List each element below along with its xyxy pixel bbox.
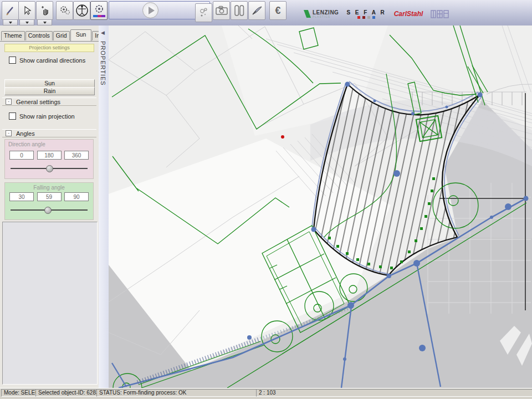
rain-projection-row: Show rain projection (9, 112, 75, 120)
direction-angle-inputs (9, 151, 89, 160)
settings-gear-icon (93, 3, 106, 18)
feather-pen-icon (251, 5, 263, 16)
direction-angle-value-input[interactable] (37, 151, 62, 160)
pencil-dropdown[interactable] (3, 19, 18, 25)
gears-icon (59, 4, 71, 17)
play-icon (149, 7, 155, 14)
falling-angle-label: Falling angle (33, 185, 65, 191)
rollers-icon (234, 4, 245, 17)
properties-side-tab[interactable]: ◀ PROPERTIES (99, 25, 109, 388)
direction-angle-min-input[interactable] (9, 151, 34, 160)
annotate-button[interactable] (248, 1, 265, 20)
euro-icon: € (275, 5, 280, 17)
panel-empty-area (2, 222, 98, 385)
projection-settings-banner: Projection settings (4, 44, 94, 52)
tab-controls[interactable]: Controls (25, 31, 53, 40)
sefar-squares-icon (346, 16, 386, 19)
falling-angle-inputs (9, 192, 89, 201)
main-toolbar: € LENZING PLASTICS S E F A R CarlStahl (0, 0, 532, 26)
slider-handle[interactable] (44, 207, 52, 214)
falling-angle-max-input[interactable] (64, 192, 89, 201)
tab-sun[interactable]: Sun (70, 29, 92, 41)
formfinding-button[interactable] (56, 1, 73, 20)
general-settings-header[interactable]: - General settings (2, 98, 96, 106)
snapshot-button[interactable] (213, 1, 230, 20)
lenzing-mark-icon (304, 10, 311, 18)
draw-pencil-button[interactable] (2, 1, 19, 20)
play-button[interactable] (142, 2, 158, 18)
cardinal-directions-row: Show cardinal directions (9, 57, 85, 64)
small-gears-icon (198, 7, 209, 19)
falling-angle-value-input[interactable] (37, 192, 62, 201)
status-bar: Mode: SELECT Selected object-ID: 6283 ST… (0, 388, 532, 399)
direction-angle-max-input[interactable] (64, 151, 89, 160)
status-selected-object: Selected object-ID: 6283 (35, 389, 99, 397)
pan-hand-icon (39, 5, 50, 16)
properties-tab-label: PROPERTIES (100, 41, 106, 86)
select-button[interactable] (18, 1, 35, 20)
falling-angle-min-input[interactable] (9, 192, 34, 201)
falling-angle-group: Falling angle (4, 182, 94, 220)
select-cursor-icon (22, 5, 33, 16)
materials-button[interactable] (231, 1, 248, 20)
rain-projection-label: Show rain projection (19, 113, 75, 120)
vitruvian-man-icon (75, 3, 89, 18)
falling-angle-slider[interactable] (11, 207, 88, 213)
angles-header[interactable]: - Angles (2, 129, 96, 137)
human-scale-button[interactable] (73, 1, 90, 20)
rain-button[interactable]: Rain (4, 87, 95, 95)
render-settings-button[interactable] (90, 1, 108, 20)
sun-button[interactable]: Sun (4, 79, 95, 88)
tab-grid[interactable]: Grid (53, 31, 70, 40)
status-mode: Mode: SELECT (1, 389, 38, 397)
application-window: { "toolbar": { "euro_symbol": "€", "logo… (0, 0, 532, 399)
sefar-text: S E F A R (346, 9, 386, 16)
properties-panel: Theme Controls Grid Sun Images Projectio… (0, 25, 99, 388)
collapse-icon[interactable]: - (6, 99, 12, 105)
direction-angle-slider[interactable] (11, 165, 88, 172)
tab-theme[interactable]: Theme (1, 31, 25, 40)
collapse-chevron-icon[interactable]: ◀ (101, 30, 105, 35)
cost-button[interactable]: € (269, 1, 287, 20)
pan-dropdown[interactable] (37, 19, 52, 25)
direction-angle-group: Direction angle (4, 139, 94, 179)
pan-button[interactable] (36, 1, 53, 20)
slider-handle[interactable] (46, 165, 53, 172)
status-process: STATUS: Form-finding process: OK (96, 389, 258, 397)
canvas-drawing[interactable] (109, 25, 532, 388)
status-scale: 2 : 103 (256, 389, 532, 397)
tab-baseline (0, 41, 99, 42)
general-settings-label: General settings (16, 99, 60, 105)
partner-logos: LENZING PLASTICS S E F A R CarlStahl (304, 8, 449, 20)
red-marker[interactable] (281, 135, 284, 139)
partner-mark-icon (431, 9, 449, 19)
particles-button[interactable] (195, 3, 212, 22)
angles-label: Angles (16, 130, 35, 137)
collapse-icon[interactable]: - (6, 130, 12, 136)
sefar-logo: S E F A R (346, 9, 386, 19)
select-dropdown[interactable] (19, 19, 34, 25)
sail-center-node[interactable] (393, 170, 400, 177)
cad-viewport[interactable] (109, 25, 532, 388)
cardinal-directions-label: Show cardinal directions (19, 57, 85, 64)
camera-icon (216, 6, 228, 16)
cardinal-directions-checkbox[interactable] (9, 57, 16, 64)
lenzing-text: LENZING (313, 10, 339, 15)
lenzing-logo: LENZING PLASTICS (304, 10, 339, 18)
carlstahl-logo: CarlStahl (394, 10, 423, 18)
direction-angle-label: Direction angle (8, 141, 45, 147)
rain-projection-checkbox[interactable] (9, 112, 16, 120)
pencil-icon (5, 5, 16, 16)
